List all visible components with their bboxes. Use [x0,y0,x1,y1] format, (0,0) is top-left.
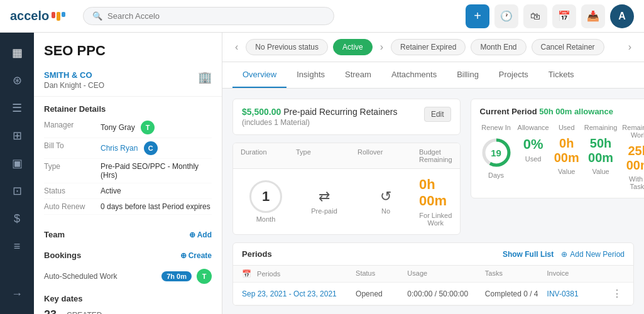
current-period: Current Period 50h 00m allowance Renew I… [471,99,644,198]
retainer-amount: $5,500.00 [242,107,281,117]
sidebar-item-list[interactable]: ☰ [4,95,30,121]
col-left: $5,500.00 Pre-paid Recurring Retainers (… [232,99,461,235]
period-status: Opened [356,290,407,298]
avatar-button[interactable]: A [610,4,634,28]
bag-button[interactable]: 🛍 [523,4,547,28]
status-next-btn[interactable]: › [378,40,386,54]
clock-button[interactable]: 🕐 [494,4,518,28]
manager-value: Tony Gray T [101,121,212,134]
periods-actions: Show Full List ⊕ Add New Period [503,250,625,259]
cp-grid: Renew In 19 Days [480,124,644,190]
sidebar-item-monitor[interactable]: ⊡ [4,178,30,203]
tab-attachments[interactable]: Attachments [381,62,447,88]
period-usage: 0:00:00 / 50:00:00 [407,290,484,298]
cp-used-header: Used [554,124,579,131]
team-section-header: Team ⊕ Add [34,222,222,243]
status-prev-btn[interactable]: ‹ [232,40,241,54]
retainer-subtitle: (includes 1 Material) [242,118,398,127]
period-date[interactable]: Sep 23, 2021 - Oct 23, 2021 [242,290,356,298]
cp-allowance-value: 0% [518,136,549,153]
renew-in-sublabel: Days [488,171,504,179]
bill-to-label: Bill To [44,141,101,155]
bill-to-badge: C [144,141,158,155]
renew-in-value: 19 [491,148,501,158]
sidebar-item-dollar[interactable]: $ [4,206,30,231]
cp-allowance-col: Allowance 0% Used [518,124,549,190]
duration-row: 1 Month ⇄ Pre-paid ↺ No [233,169,460,234]
tab-tickets[interactable]: Tickets [538,62,584,88]
period-tasks: Completed 0 / 4 [485,290,547,298]
detail-grid: Manager Tony Gray T Bill To Chris Ryan C… [34,117,222,222]
sidebar-item-tag[interactable]: ⊞ [4,123,30,148]
col-periods: 📅 Periods [242,269,356,278]
bookings-section-header: Bookings ⊕ Create [34,243,222,264]
type-cell: ⇄ Pre-paid [296,188,352,215]
budget-value: 0h 00m [419,176,452,209]
client-name[interactable]: SMITH & CO [44,70,104,80]
search-input[interactable] [107,11,325,21]
no-previous-pill[interactable]: No Previous status [246,39,328,55]
donut-chart: 19 [480,136,513,169]
left-panel: SEO PPC SMITH & CO Dan Knight - CEO 🏢 Re… [34,33,222,314]
manager-row: Manager Tony Gray T [44,117,212,138]
col-right: Current Period 50h 00m allowance Renew I… [471,99,644,235]
retainer-card-label: Pre-paid Recurring Retainers [283,107,397,117]
periods-label: Periods [242,249,272,259]
time-badge: 7h 0m [161,271,192,281]
type-col-header: Type [296,148,352,163]
cp-remaining-work-value: 25h 00m [622,144,644,173]
retainer-expired-pill[interactable]: Retainer Expired [391,39,466,55]
key-dates-title: Key dates [44,294,212,303]
sidebar-item-arrow[interactable]: → [4,281,30,306]
content-cols: $5,500.00 Pre-paid Recurring Retainers (… [232,99,634,235]
periods-section: Periods Show Full List ⊕ Add New Period … [232,242,634,306]
edit-button[interactable]: Edit [424,107,451,122]
type-icon: ⇄ [319,188,330,205]
cp-used-col: Used 0h 00m Value [554,124,579,190]
cp-allowance-sublabel: Used [518,155,549,163]
cp-allowance: 50h 00m allowance [539,107,613,116]
auto-scheduled-row: Auto-Scheduled Work 7h 0m T [34,264,222,289]
logo-icon [52,12,65,21]
search-bar[interactable]: 🔍 [83,7,334,25]
team-add-link[interactable]: ⊕ Add [189,230,212,239]
sidebar-item-report[interactable]: ≡ [4,234,30,259]
right-panel: ‹ No Previous status Active › Retainer E… [222,33,644,314]
status-end-btn[interactable]: › [626,40,634,54]
auto-renew-label: Auto Renew [44,202,101,211]
active-pill[interactable]: Active [333,39,373,55]
cancel-retainer-pill[interactable]: Cancel Retainer [532,39,604,55]
sidebar-item-calendar[interactable]: ▣ [4,151,30,176]
cp-renew-header: Renew In [480,124,513,131]
tab-insights[interactable]: Insights [287,62,335,88]
duration-col-header: Duration [241,148,291,163]
tab-billing[interactable]: Billing [447,62,489,88]
donut-wrap: 19 Days [480,136,513,179]
col-status: Status [356,269,407,278]
tab-overview[interactable]: Overview [232,62,287,88]
duration-sublabel: Month [256,215,276,223]
show-full-link[interactable]: Show Full List [503,250,554,259]
auto-scheduled-label: Auto-Scheduled Work [44,272,117,281]
sidebar-item-filter[interactable]: ⊛ [4,68,30,93]
status-value: Active [101,187,212,195]
inbox-button[interactable]: 📥 [581,4,605,28]
sidebar-item-dashboard[interactable]: ▦ [4,40,30,65]
month-end-pill[interactable]: Month End [471,39,526,55]
period-invoice[interactable]: INV-0381 [547,290,609,298]
tab-projects[interactable]: Projects [489,62,538,88]
tab-stream[interactable]: Stream [335,62,381,88]
left-sidebar: ▦ ⊛ ☰ ⊞ ▣ ⊡ $ ≡ → [0,33,34,314]
key-dates-section: Key dates 23 CREATED [34,289,222,314]
col-invoice: Invoice [547,269,609,278]
date-row: 23 CREATED [44,308,212,314]
client-contact: Dan Knight - CEO [44,81,104,90]
calendar-button[interactable]: 📅 [552,4,576,28]
add-period-button[interactable]: ⊕ Add New Period [561,250,625,259]
bookings-create-link[interactable]: ⊕ Create [180,251,212,260]
logo: accelo [10,9,73,23]
period-menu-button[interactable]: ⋮ [609,288,625,300]
add-button[interactable]: + [466,4,489,28]
bill-to-value[interactable]: Chris Ryan C [101,141,212,155]
budget-col-header: Budget Remaining [419,148,452,163]
